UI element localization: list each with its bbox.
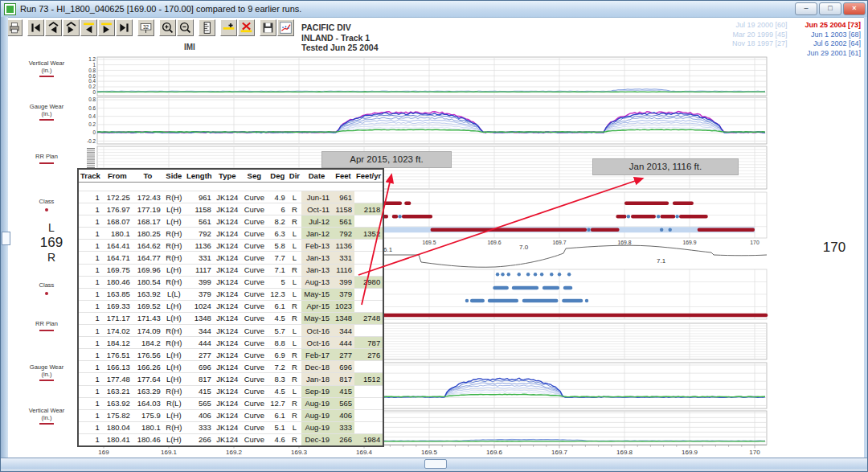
title-bar[interactable]: Run 73 - HI_1800_040625 [169.00 - 170.00… xyxy=(1,1,868,18)
table-row[interactable]: 1163.92164.03R(L)565JK124Curve12.7RAug-1… xyxy=(78,397,383,409)
legend-run[interactable]: Nov 18 1997 [27] xyxy=(732,39,788,49)
column-header[interactable]: Length xyxy=(185,169,214,183)
column-header[interactable]: Dir xyxy=(288,169,301,183)
cell-date: Feb-17 xyxy=(301,349,332,361)
cell-side: R(H) xyxy=(163,385,185,397)
legend-old-runs: Jul 19 2000 [60]Mar 20 1999 [45]Nov 18 1… xyxy=(732,21,788,58)
column-header[interactable]: Type xyxy=(214,169,241,183)
delete-mark-button[interactable] xyxy=(238,19,255,36)
measure-add-button[interactable] xyxy=(220,19,237,36)
tested-date-label: Tested Jun 25 2004 xyxy=(301,43,379,53)
column-header[interactable]: Date xyxy=(301,169,332,183)
trend-chart-button[interactable] xyxy=(277,19,294,36)
jump-end-button[interactable] xyxy=(63,19,80,36)
table-row[interactable]: 1166.13166.26L(H)696JK124Curve7.2RDec-18… xyxy=(78,361,383,373)
panel-label-class: Class xyxy=(25,282,68,295)
legend-run[interactable]: Jun 25 2004 [73] xyxy=(805,21,861,31)
table-row[interactable]: 1180.41180.46L(H)266JK124Curve4.6RDec-19… xyxy=(78,433,383,446)
cell-length: 696 xyxy=(185,361,214,373)
cell-length: 277 xyxy=(185,349,214,361)
table-row[interactable]: 1168.07168.17L(H)561JK124Curve8.2RJul-12… xyxy=(78,215,383,228)
cell-to: 177.19 xyxy=(133,203,163,215)
cell-to: 169.52 xyxy=(133,300,163,312)
maximize-button[interactable]: □ xyxy=(819,2,841,15)
column-header[interactable]: Feet xyxy=(332,169,354,183)
pane-splitter-handle[interactable] xyxy=(2,232,10,245)
milepost-block: L 169 R xyxy=(28,221,75,265)
table-row[interactable]: 1172.25172.43R(H)961JK124Curve4.9LJun-11… xyxy=(78,191,383,203)
column-header[interactable]: Deg xyxy=(268,169,288,183)
horizontal-scrollbar[interactable] xyxy=(1,458,868,470)
print-button[interactable] xyxy=(6,19,23,36)
table-row[interactable]: 1176.51176.56L(H)277JK124Curve6.9RFeb-17… xyxy=(78,349,383,361)
table-row[interactable]: 1177.48177.64L(H)817JK124Curve8.3RJan-18… xyxy=(78,373,383,385)
cell-track: 1 xyxy=(78,312,102,324)
column-header[interactable]: Track xyxy=(78,169,102,183)
table-row[interactable]: 1171.17171.43L(H)1348JK124Curve4.5RMay-1… xyxy=(78,312,383,324)
column-header[interactable]: To xyxy=(133,169,163,183)
cell-feet: 1116 xyxy=(332,264,354,276)
table-row[interactable]: 1163.21163.29R(H)415JK124Curve4.5LSep-19… xyxy=(78,385,383,397)
table-row[interactable]: 1163.85163.92L(L)379JK124Curve12.3LMay-1… xyxy=(78,288,383,300)
rail-line-icon xyxy=(39,119,54,121)
jump-start-button[interactable] xyxy=(45,19,62,36)
table-row[interactable]: 1180.46180.54R(H)399JK124Curve5LAug-1339… xyxy=(78,276,383,288)
table-row[interactable]: 1184.12184.2R(H)444JK124Curve8.8LOct-164… xyxy=(78,337,383,349)
cell-from: 163.85 xyxy=(102,288,133,300)
column-header[interactable]: Feet/yr xyxy=(354,169,383,183)
zoom-out-button[interactable] xyxy=(177,19,194,36)
prev-run-button[interactable] xyxy=(27,19,44,36)
cell-length: 1136 xyxy=(185,240,214,252)
cell-seg: Curve xyxy=(241,385,268,397)
cell-length: 415 xyxy=(185,385,214,397)
scale-32-button[interactable]: 32 xyxy=(137,19,154,36)
next-run-button[interactable] xyxy=(116,19,133,36)
table-row[interactable]: 1169.33169.52L(H)1024JK124Curve6.1RApr-1… xyxy=(78,300,383,312)
legend-run[interactable]: Jul 6 2002 [64] xyxy=(813,39,861,49)
cell-feet-yr xyxy=(354,240,383,252)
cell-date: Jul-12 xyxy=(301,215,332,228)
cell-from: 163.21 xyxy=(102,385,133,397)
cell-side: R(H) xyxy=(163,240,185,252)
table-row[interactable]: 1175.82175.9L(H)406JK124Curve6.1RAug-194… xyxy=(78,409,383,421)
imi-label: IMI xyxy=(184,43,195,51)
column-header[interactable]: Seg xyxy=(241,169,268,183)
column-header[interactable]: From xyxy=(102,169,133,183)
table-row[interactable]: 1180.04180.1R(H)333JK124Curve5.1LAug-193… xyxy=(78,421,383,433)
ruler-button[interactable] xyxy=(199,19,215,36)
horizontal-scrollbar-thumb[interactable] xyxy=(424,459,447,469)
table-row[interactable]: 1180.1180.25R(H)792JK124Curve6.3LJan-127… xyxy=(78,228,383,240)
cell-type: JK124 xyxy=(214,361,241,373)
cell-to: 163.29 xyxy=(133,385,163,397)
cell-feet: 344 xyxy=(332,325,354,337)
cell-to: 175.9 xyxy=(133,409,163,421)
table-row[interactable]: 1169.75169.96L(H)1117JK124Curve7.1RJan-1… xyxy=(78,264,383,276)
save-button[interactable] xyxy=(260,19,276,36)
page-right-button[interactable] xyxy=(98,19,115,36)
cell-type: JK124 xyxy=(214,325,241,337)
cell-type: JK124 xyxy=(214,433,241,446)
table-row[interactable]: 1164.71164.77R(H)331JK124Curve7.7LJan-13… xyxy=(78,252,383,264)
table-row[interactable]: 1176.97177.19L(H)1158JK124Curve6ROct-111… xyxy=(78,203,383,215)
cell-seg: Curve xyxy=(241,264,268,276)
cell-date: Aug-19 xyxy=(301,421,332,433)
page-left-button[interactable] xyxy=(80,19,97,36)
column-header[interactable]: Side xyxy=(163,169,185,183)
minimize-button[interactable]: – xyxy=(795,2,817,15)
cell-to: 164.77 xyxy=(133,252,163,264)
legend-run[interactable]: Jun 1 2003 [68] xyxy=(811,31,861,40)
cell-to: 176.56 xyxy=(133,349,163,361)
svg-text:0: 0 xyxy=(92,89,96,95)
zoom-in-button[interactable] xyxy=(159,19,176,36)
legend-run[interactable]: Jul 19 2000 [60] xyxy=(735,21,787,31)
svg-text:0.8: 0.8 xyxy=(88,96,96,102)
legend-run[interactable]: Jun 29 2001 [61] xyxy=(807,49,861,59)
legend-run[interactable]: Mar 20 1999 [45] xyxy=(732,31,787,40)
table-row[interactable]: 1174.02174.09R(H)344JK124Curve5.7LOct-16… xyxy=(78,325,383,337)
cell-side: L(H) xyxy=(163,203,185,215)
table-row[interactable]: 1164.41164.62R(H)1136JK124Curve5.8LFeb-1… xyxy=(78,240,383,252)
cell-date: Apr-15 xyxy=(301,300,332,312)
cell-from: 166.13 xyxy=(102,361,133,373)
app-window: Run 73 - HI_1800_040625 [169.00 - 170.00… xyxy=(0,0,868,472)
close-button[interactable]: × xyxy=(843,2,866,15)
